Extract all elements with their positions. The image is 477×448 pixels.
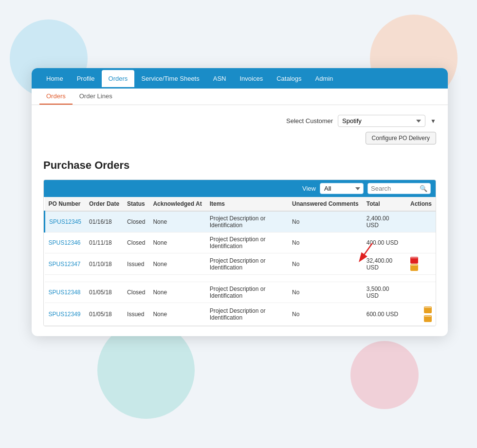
table-header-row: PO Number Order Date Status Acknowledged… (45, 197, 436, 211)
table-row: SPUS12348 01/05/18 Closed None Project D… (45, 282, 436, 303)
blob-pink (350, 341, 419, 409)
cell-actions (406, 303, 436, 326)
col-po-number: PO Number (45, 197, 86, 211)
customer-label: Select Customer (286, 117, 333, 125)
purchase-orders-table: PO Number Order Date Status Acknowledged… (44, 197, 436, 326)
col-unanswered-comments: Unanswered Comments (288, 197, 363, 211)
action-icons-bottom (410, 306, 432, 322)
nav-admin[interactable]: Admin (308, 70, 340, 87)
cell-status: Closed (123, 233, 149, 253)
po-link-spus12347[interactable]: SPUS12347 (49, 261, 81, 268)
cell-unanswered-comments: No (288, 211, 363, 233)
nav-asn[interactable]: ASN (206, 70, 233, 87)
cell-po-number: SPUS12346 (45, 233, 86, 253)
page-title: Purchase Orders (43, 159, 436, 172)
cell-po-number: SPUS12345 (45, 211, 86, 233)
cell-order-date: 01/11/18 (85, 233, 123, 253)
cell-acknowledged-at: None (149, 282, 205, 303)
customer-row: Select Customer Spotify ▼ (43, 115, 436, 127)
nav-orders[interactable]: Orders (102, 70, 135, 87)
col-total: Total (363, 197, 406, 211)
subtabs: Orders Order Lines (32, 89, 448, 105)
cell-total: 600.00 USD (363, 303, 406, 326)
cell-po-number: SPUS12347 (45, 253, 86, 275)
spacer-row (45, 275, 436, 282)
cell-status: Issued (123, 303, 149, 326)
cell-actions (406, 233, 436, 253)
configure-po-delivery-button[interactable]: Configure PO Delivery (366, 132, 436, 144)
cell-total: 2,400.00 USD (363, 211, 406, 233)
main-card: Home Profile Orders Service/Time Sheets … (32, 68, 448, 336)
action-icon-orange[interactable] (410, 264, 418, 271)
cell-order-date: 01/05/18 (85, 303, 123, 326)
cell-items: Project Description or Identification (206, 282, 288, 303)
cell-acknowledged-at: None (149, 253, 205, 275)
customer-select[interactable]: Spotify (338, 115, 425, 127)
col-actions: Actions (406, 197, 436, 211)
cell-status: Closed (123, 211, 149, 233)
configure-btn-row: Configure PO Delivery (43, 132, 436, 144)
cell-total: 3,500.00 USD (363, 282, 406, 303)
cell-actions (406, 282, 436, 303)
po-link-spus12348[interactable]: SPUS12348 (49, 289, 81, 296)
table-toolbar: View All Open Closed 🔍 (44, 180, 436, 197)
view-label: View (302, 185, 316, 192)
cell-items: Project Description or Identification (206, 211, 288, 233)
col-order-date: Order Date (85, 197, 123, 211)
col-items: Items (206, 197, 288, 211)
search-input[interactable] (368, 183, 417, 194)
cell-unanswered-comments: No (288, 233, 363, 253)
cell-po-number: SPUS12348 (45, 282, 86, 303)
nav-home[interactable]: Home (39, 70, 70, 87)
tab-order-lines[interactable]: Order Lines (73, 89, 119, 105)
cell-actions (406, 253, 436, 275)
cell-status: Closed (123, 282, 149, 303)
po-link-spus12345[interactable]: SPUS12345 (49, 218, 81, 225)
cell-acknowledged-at: None (149, 303, 205, 326)
view-select[interactable]: All Open Closed (320, 183, 364, 194)
navbar: Home Profile Orders Service/Time Sheets … (32, 68, 448, 89)
cell-items: Project Description or Identification (206, 303, 288, 326)
cell-order-date: 01/05/18 (85, 282, 123, 303)
cell-order-date: 01/10/18 (85, 253, 123, 275)
cell-items: Project Description or Identification (206, 253, 288, 275)
search-box: 🔍 (367, 183, 431, 194)
cell-actions (406, 211, 436, 233)
cell-acknowledged-at: None (149, 233, 205, 253)
cell-unanswered-comments: No (288, 253, 363, 275)
table-row: SPUS12347 01/10/18 Issued None Project D… (45, 253, 436, 275)
purchase-orders-table-wrapper: View All Open Closed 🔍 PO Number Order D… (43, 179, 436, 326)
action-icons-stack (410, 257, 418, 271)
cell-status: Issued (123, 253, 149, 275)
blob-teal (97, 322, 195, 419)
cell-po-number: SPUS12349 (45, 303, 86, 326)
action-icon-orange-3[interactable] (424, 315, 432, 322)
cell-acknowledged-at: None (149, 211, 205, 233)
nav-service-time-sheets[interactable]: Service/Time Sheets (134, 70, 206, 87)
po-link-spus12346[interactable]: SPUS12346 (49, 239, 81, 246)
table-row: SPUS12346 01/11/18 Closed None Project D… (45, 233, 436, 253)
po-link-spus12349[interactable]: SPUS12349 (49, 311, 81, 318)
cell-order-date: 01/16/18 (85, 211, 123, 233)
action-icon-red[interactable] (410, 257, 418, 264)
cell-unanswered-comments: No (288, 303, 363, 326)
nav-invoices[interactable]: Invoices (233, 70, 270, 87)
action-icon-orange-2[interactable] (424, 306, 432, 313)
nav-catalogs[interactable]: Catalogs (270, 70, 308, 87)
cell-items: Project Description or Identification (206, 233, 288, 253)
nav-profile[interactable]: Profile (70, 70, 102, 87)
col-status: Status (123, 197, 149, 211)
col-acknowledged-at: Acknowledged At (149, 197, 205, 211)
table-row: SPUS12345 01/16/18 Closed None Project D… (45, 211, 436, 233)
cell-total: 32,400.00 USD (363, 253, 406, 275)
table-row: SPUS12349 01/05/18 Issued None Project D… (45, 303, 436, 326)
cell-unanswered-comments: No (288, 282, 363, 303)
cell-total: 400.00 USD (363, 233, 406, 253)
search-icon: 🔍 (417, 183, 430, 194)
content-area: Select Customer Spotify ▼ Configure PO D… (32, 105, 448, 336)
tab-orders[interactable]: Orders (39, 89, 73, 105)
